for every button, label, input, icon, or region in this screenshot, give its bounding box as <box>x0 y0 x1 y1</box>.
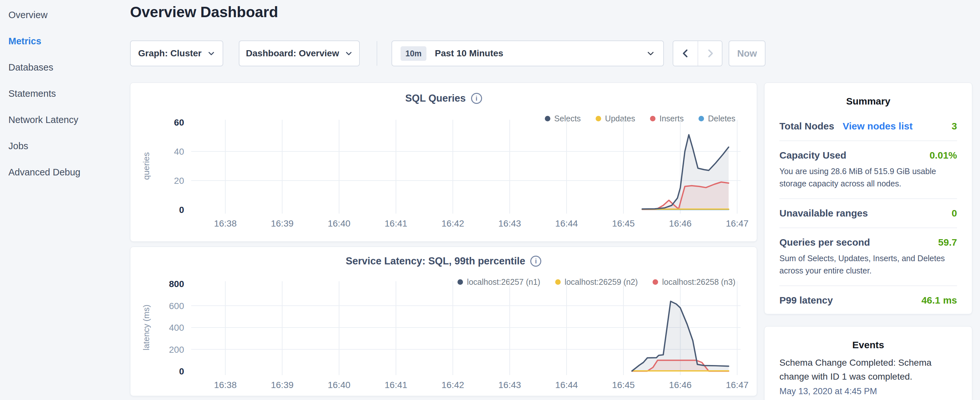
sidebar-item-jobs[interactable]: Jobs <box>0 133 123 159</box>
sql-queries-plot[interactable]: 16:3816:3916:4016:4116:4216:4316:4416:45… <box>136 115 750 229</box>
time-backward-button[interactable] <box>673 41 698 66</box>
event-timestamp: May 13, 2020 at 4:45 PM <box>780 386 957 397</box>
svg-text:16:41: 16:41 <box>385 380 407 390</box>
time-window-label: Past 10 Minutes <box>435 48 503 59</box>
chevron-down-icon <box>345 49 353 57</box>
sql-queries-chart-card: SQL Queries i SelectsUpdatesInsertsDelet… <box>130 83 757 242</box>
svg-text:16:45: 16:45 <box>612 218 635 228</box>
summary-row-capacity-used: Capacity Used 0.01% You are using 28.6 M… <box>780 141 957 199</box>
svg-text:600: 600 <box>169 301 184 311</box>
chevron-down-icon <box>207 49 215 57</box>
capacity-used-subtext: You are using 28.6 MiB of 515.9 GiB usab… <box>780 166 957 190</box>
sidebar-item-metrics[interactable]: Metrics <box>0 28 123 54</box>
events-panel: Events Schema Change Completed: Schema c… <box>764 326 972 400</box>
chart-title: SQL Queries <box>405 92 466 104</box>
capacity-used-label: Capacity Used <box>780 150 846 161</box>
now-button[interactable]: Now <box>729 40 765 66</box>
p99-latency-value: 46.1 ms <box>921 295 957 306</box>
events-title: Events <box>780 339 957 351</box>
chart-svg: 16:3816:3916:4016:4116:4216:4316:4416:45… <box>136 277 750 390</box>
chart-svg: 16:3816:3916:4016:4116:4216:4316:4416:45… <box>136 115 750 229</box>
info-icon[interactable]: i <box>530 256 541 267</box>
graph-dropdown-label: Graph: Cluster <box>138 48 202 59</box>
svg-text:0: 0 <box>179 367 184 376</box>
dashboard-dropdown[interactable]: Dashboard: Overview <box>239 40 360 66</box>
svg-text:16:39: 16:39 <box>271 380 293 390</box>
svg-text:16:46: 16:46 <box>669 380 692 390</box>
info-icon[interactable]: i <box>471 93 482 104</box>
sidebar-item-advanced-debug[interactable]: Advanced Debug <box>0 159 123 185</box>
time-pager <box>673 40 722 66</box>
svg-text:16:43: 16:43 <box>498 218 521 228</box>
svg-text:0: 0 <box>179 205 184 215</box>
svg-text:20: 20 <box>174 176 184 186</box>
svg-text:16:42: 16:42 <box>442 218 464 228</box>
time-window-badge: 10m <box>401 46 426 61</box>
sidebar-item-network-latency[interactable]: Network Latency <box>0 107 123 133</box>
view-nodes-list-link[interactable]: View nodes list <box>843 121 912 132</box>
svg-text:16:42: 16:42 <box>442 380 464 390</box>
graph-dropdown[interactable]: Graph: Cluster <box>130 40 223 66</box>
sidebar-item-overview[interactable]: Overview <box>0 2 123 28</box>
summary-row-queries-per-second: Queries per second 59.7 Sum of Selects, … <box>780 228 957 286</box>
queries-per-second-label: Queries per second <box>780 237 870 248</box>
svg-text:16:40: 16:40 <box>328 218 350 228</box>
summary-panel: Summary Total Nodes View nodes list 3 Ca… <box>764 83 972 314</box>
summary-row-p99-latency: P99 latency 46.1 ms <box>780 286 957 315</box>
chevron-down-icon <box>646 49 655 57</box>
summary-row-total-nodes: Total Nodes View nodes list 3 <box>780 112 957 141</box>
svg-text:16:40: 16:40 <box>328 380 350 390</box>
queries-per-second-value: 59.7 <box>938 237 957 248</box>
svg-text:40: 40 <box>174 147 184 157</box>
svg-text:16:47: 16:47 <box>726 218 748 228</box>
event-list-item[interactable]: Schema Change Completed: Schema change w… <box>780 356 957 397</box>
svg-text:16:38: 16:38 <box>214 218 237 228</box>
sidebar: Overview Metrics Databases Statements Ne… <box>0 0 123 185</box>
summary-row-unavailable-ranges: Unavailable ranges 0 <box>780 199 957 228</box>
svg-text:16:39: 16:39 <box>271 218 293 228</box>
svg-text:queries: queries <box>142 152 151 180</box>
sidebar-item-statements[interactable]: Statements <box>0 81 123 107</box>
page-title: Overview Dashboard <box>130 3 278 21</box>
sidebar-item-databases[interactable]: Databases <box>0 54 123 81</box>
chevron-left-icon <box>681 48 690 59</box>
svg-text:800: 800 <box>169 279 184 289</box>
dashboard-dropdown-label: Dashboard: Overview <box>246 48 339 59</box>
svg-text:16:43: 16:43 <box>498 380 521 390</box>
svg-text:200: 200 <box>169 345 184 355</box>
time-forward-button[interactable] <box>698 41 722 66</box>
service-latency-chart-card: Service Latency: SQL, 99th percentile i … <box>130 247 757 396</box>
unavailable-ranges-label: Unavailable ranges <box>780 208 868 219</box>
svg-text:16:45: 16:45 <box>612 380 635 390</box>
svg-text:16:47: 16:47 <box>726 380 748 390</box>
time-window-selector[interactable]: 10m Past 10 Minutes <box>391 40 664 66</box>
unavailable-ranges-value: 0 <box>951 208 957 219</box>
svg-text:16:44: 16:44 <box>555 380 578 390</box>
capacity-used-value: 0.01% <box>929 150 957 161</box>
summary-title: Summary <box>780 96 957 107</box>
chevron-right-icon <box>705 48 715 59</box>
svg-text:16:41: 16:41 <box>385 218 407 228</box>
p99-latency-label: P99 latency <box>780 295 833 306</box>
svg-text:60: 60 <box>174 118 184 127</box>
svg-text:16:46: 16:46 <box>669 218 692 228</box>
svg-text:latency (ms): latency (ms) <box>142 304 151 351</box>
svg-text:400: 400 <box>169 323 184 333</box>
total-nodes-value: 3 <box>951 121 957 132</box>
queries-per-second-subtext: Sum of Selects, Updates, Inserts, and De… <box>780 252 957 277</box>
svg-text:16:38: 16:38 <box>214 380 237 390</box>
controls-divider <box>377 41 377 66</box>
svg-text:16:44: 16:44 <box>555 218 578 228</box>
chart-title: Service Latency: SQL, 99th percentile <box>346 255 525 267</box>
total-nodes-label: Total Nodes <box>780 121 834 132</box>
service-latency-plot[interactable]: 16:3816:3916:4016:4116:4216:4316:4416:45… <box>136 277 750 390</box>
event-text: Schema Change Completed: Schema change w… <box>780 356 957 384</box>
